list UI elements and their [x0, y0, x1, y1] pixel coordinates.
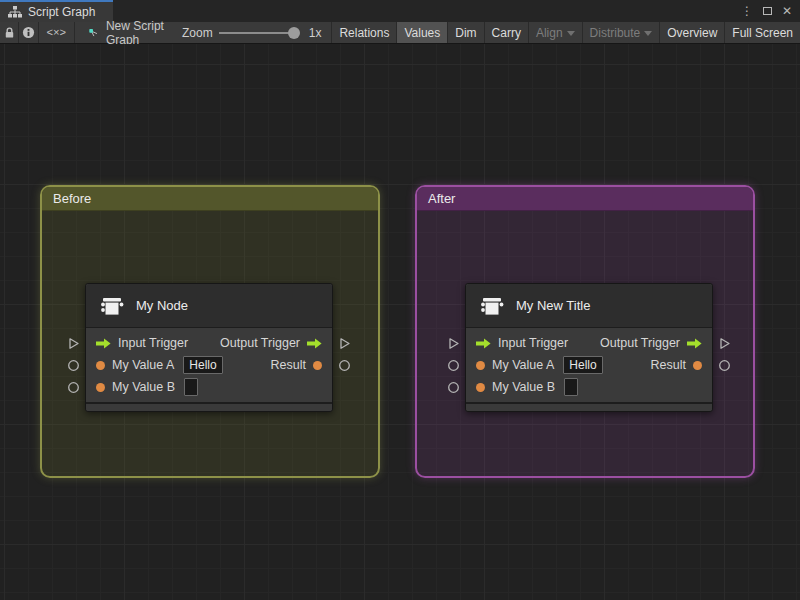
port-row: My Value A Hello Result	[466, 354, 712, 376]
unit-icon	[479, 293, 505, 319]
info-button[interactable]	[19, 22, 37, 43]
value-a-port[interactable]: My Value A Hello	[96, 356, 223, 374]
script-graph-icon	[89, 26, 99, 40]
zoom-value: 1x	[309, 26, 322, 40]
value-output-port[interactable]	[338, 359, 351, 372]
chevron-down-icon	[567, 31, 575, 36]
chevron-down-icon	[644, 31, 652, 36]
group-label: Before	[53, 191, 91, 206]
value-input-port[interactable]	[67, 381, 80, 394]
input-trigger-port[interactable]: Input Trigger	[476, 336, 568, 350]
flow-arrow-icon	[307, 338, 322, 349]
value-port-icon	[96, 361, 105, 370]
menu-icon[interactable]: ⋮	[741, 5, 753, 17]
flow-output-port[interactable]	[338, 337, 351, 350]
distribute-dropdown[interactable]: Distribute	[582, 22, 660, 43]
node-footer	[466, 402, 712, 411]
value-a-input[interactable]: Hello	[183, 356, 222, 374]
result-port[interactable]: Result	[651, 358, 702, 372]
flow-input-port[interactable]	[67, 337, 80, 350]
relations-button[interactable]: Relations	[331, 22, 396, 43]
graph-toolbar: <×> New Script Graph Zoom 1x Relations V…	[0, 22, 800, 44]
zoom-control: Zoom 1x	[182, 22, 321, 43]
zoom-slider[interactable]	[219, 32, 295, 34]
flow-arrow-icon	[476, 338, 491, 349]
unit-icon	[99, 293, 125, 319]
flow-arrow-icon	[96, 338, 111, 349]
graph-name-label: New Script Graph	[106, 19, 164, 47]
toolbar-separator	[74, 22, 75, 43]
port-row: My Value B	[86, 376, 332, 398]
value-b-port[interactable]: My Value B	[476, 378, 578, 396]
group-before-header[interactable]: Before	[42, 187, 378, 211]
flow-output-port[interactable]	[718, 337, 731, 350]
value-port-icon	[96, 383, 105, 392]
port-row: My Value A Hello Result	[86, 354, 332, 376]
value-output-port[interactable]	[718, 359, 731, 372]
tab-title: Script Graph	[28, 5, 95, 19]
dim-button[interactable]: Dim	[447, 22, 483, 43]
value-b-input[interactable]	[564, 378, 578, 396]
lock-icon	[3, 26, 16, 39]
flow-arrow-icon	[687, 338, 702, 349]
value-input-port[interactable]	[67, 359, 80, 372]
value-a-port[interactable]: My Value A Hello	[476, 356, 603, 374]
tab-script-graph[interactable]: Script Graph	[0, 0, 113, 22]
value-a-input[interactable]: Hello	[563, 356, 602, 374]
zoom-slider-handle[interactable]	[288, 27, 300, 39]
carry-button[interactable]: Carry	[484, 22, 528, 43]
maximize-icon[interactable]	[763, 7, 772, 15]
zoom-label: Zoom	[182, 26, 213, 40]
value-port-icon	[476, 383, 485, 392]
value-input-port[interactable]	[447, 359, 460, 372]
node-header[interactable]: My Node	[86, 284, 332, 328]
info-icon	[22, 26, 35, 39]
node-my-new-title[interactable]: My New Title Input Trigger Output Trigge…	[465, 283, 713, 412]
output-trigger-port[interactable]: Output Trigger	[220, 336, 322, 350]
toolbar-buttons: Relations Values Dim Carry Align Distrib…	[331, 22, 800, 43]
value-port-icon	[693, 361, 702, 370]
graph-canvas[interactable]: Before After	[0, 44, 800, 600]
values-button[interactable]: Values	[396, 22, 447, 43]
node-my-node[interactable]: My Node Input Trigger Output Trigger	[85, 283, 333, 412]
node-footer	[86, 402, 332, 411]
value-b-port[interactable]: My Value B	[96, 378, 198, 396]
overview-button[interactable]: Overview	[659, 22, 724, 43]
group-after-header[interactable]: After	[417, 187, 753, 211]
window-controls: ⋮ ✕	[741, 0, 800, 22]
node-body: Input Trigger Output Trigger My Value A …	[466, 328, 712, 402]
node-header[interactable]: My New Title	[466, 284, 712, 328]
align-dropdown[interactable]: Align	[528, 22, 582, 43]
fullscreen-button[interactable]: Full Screen	[724, 22, 800, 43]
group-label: After	[428, 191, 455, 206]
flow-input-port[interactable]	[447, 337, 460, 350]
value-port-icon	[313, 361, 322, 370]
value-port-icon	[476, 361, 485, 370]
result-port[interactable]: Result	[271, 358, 322, 372]
close-icon[interactable]: ✕	[782, 5, 792, 17]
node-title: My Node	[136, 298, 188, 313]
port-row: My Value B	[466, 376, 712, 398]
graph-identity: New Script Graph	[89, 22, 164, 43]
value-b-input[interactable]	[184, 378, 198, 396]
node-title: My New Title	[516, 298, 590, 313]
input-trigger-port[interactable]: Input Trigger	[96, 336, 188, 350]
code-preview-button[interactable]: <×>	[38, 22, 74, 43]
output-trigger-port[interactable]: Output Trigger	[600, 336, 702, 350]
lock-button[interactable]	[0, 22, 18, 43]
graph-tree-icon	[8, 6, 22, 18]
port-row: Input Trigger Output Trigger	[86, 332, 332, 354]
port-row: Input Trigger Output Trigger	[466, 332, 712, 354]
value-input-port[interactable]	[447, 381, 460, 394]
node-body: Input Trigger Output Trigger My Value A …	[86, 328, 332, 402]
